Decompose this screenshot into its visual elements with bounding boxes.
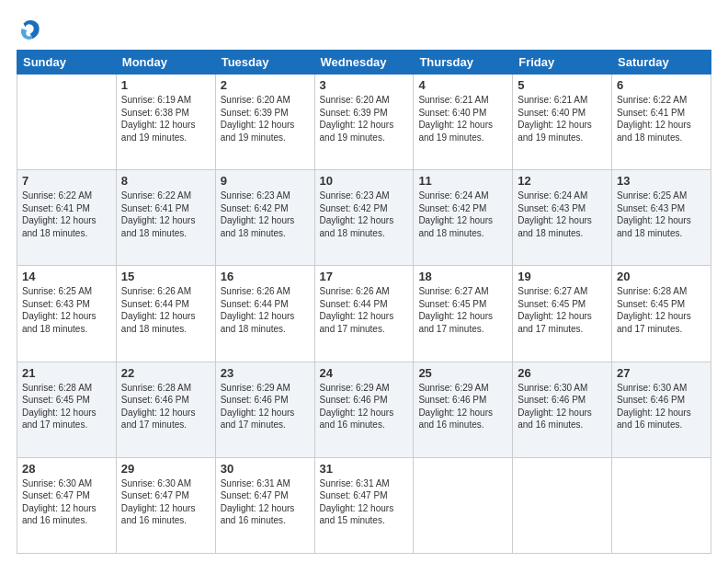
day-number: 31 [320, 462, 409, 476]
day-number: 13 [617, 174, 706, 188]
calendar-cell: 12Sunrise: 6:24 AMSunset: 6:43 PMDayligh… [513, 170, 612, 266]
logo-icon [17, 17, 42, 42]
cell-info: Sunrise: 6:24 AMSunset: 6:43 PMDaylight:… [518, 190, 592, 238]
day-number: 29 [121, 462, 210, 476]
cell-info: Sunrise: 6:25 AMSunset: 6:43 PMDaylight:… [22, 286, 97, 334]
calendar-cell: 13Sunrise: 6:25 AMSunset: 6:43 PMDayligh… [612, 170, 711, 266]
cell-info: Sunrise: 6:27 AMSunset: 6:45 PMDaylight:… [418, 286, 493, 334]
cell-info: Sunrise: 6:26 AMSunset: 6:44 PMDaylight:… [121, 286, 196, 334]
calendar-cell: 2Sunrise: 6:20 AMSunset: 6:39 PMDaylight… [215, 75, 314, 170]
calendar-dow-thursday: Thursday [414, 51, 513, 75]
cell-info: Sunrise: 6:29 AMSunset: 6:46 PMDaylight:… [320, 383, 394, 431]
calendar-cell: 31Sunrise: 6:31 AMSunset: 6:47 PMDayligh… [314, 457, 414, 553]
calendar-week-4: 21Sunrise: 6:28 AMSunset: 6:45 PMDayligh… [17, 362, 711, 457]
day-number: 21 [22, 366, 111, 380]
calendar-dow-saturday: Saturday [612, 51, 711, 75]
cell-info: Sunrise: 6:26 AMSunset: 6:44 PMDaylight:… [320, 286, 394, 334]
calendar-cell: 29Sunrise: 6:30 AMSunset: 6:47 PMDayligh… [116, 457, 215, 553]
calendar-week-5: 28Sunrise: 6:30 AMSunset: 6:47 PMDayligh… [17, 457, 711, 553]
calendar-cell: 11Sunrise: 6:24 AMSunset: 6:42 PMDayligh… [414, 170, 513, 266]
day-number: 3 [320, 78, 409, 92]
cell-info: Sunrise: 6:23 AMSunset: 6:42 PMDaylight:… [320, 190, 394, 238]
day-number: 19 [518, 270, 607, 283]
calendar-cell: 6Sunrise: 6:22 AMSunset: 6:41 PMDaylight… [612, 75, 711, 170]
cell-info: Sunrise: 6:31 AMSunset: 6:47 PMDaylight:… [221, 478, 295, 526]
calendar-cell: 22Sunrise: 6:28 AMSunset: 6:46 PMDayligh… [116, 362, 215, 457]
calendar-cell: 18Sunrise: 6:27 AMSunset: 6:45 PMDayligh… [414, 266, 513, 362]
calendar-cell: 9Sunrise: 6:23 AMSunset: 6:42 PMDaylight… [215, 170, 314, 266]
day-number: 4 [418, 78, 507, 92]
calendar-header-row: SundayMondayTuesdayWednesdayThursdayFrid… [17, 51, 711, 75]
calendar-cell: 15Sunrise: 6:26 AMSunset: 6:44 PMDayligh… [116, 266, 215, 362]
calendar-dow-tuesday: Tuesday [215, 51, 314, 75]
day-number: 20 [617, 270, 706, 283]
calendar-cell: 27Sunrise: 6:30 AMSunset: 6:46 PMDayligh… [612, 362, 711, 457]
calendar-cell: 4Sunrise: 6:21 AMSunset: 6:40 PMDaylight… [414, 75, 513, 170]
day-number: 28 [22, 462, 111, 476]
calendar-cell: 20Sunrise: 6:28 AMSunset: 6:45 PMDayligh… [612, 266, 711, 362]
page: SundayMondayTuesdayWednesdayThursdayFrid… [0, 0, 728, 563]
cell-info: Sunrise: 6:22 AMSunset: 6:41 PMDaylight:… [22, 190, 97, 238]
day-number: 9 [221, 174, 310, 188]
calendar-week-3: 14Sunrise: 6:25 AMSunset: 6:43 PMDayligh… [17, 266, 711, 362]
calendar-cell: 23Sunrise: 6:29 AMSunset: 6:46 PMDayligh… [215, 362, 314, 457]
calendar-cell: 3Sunrise: 6:20 AMSunset: 6:39 PMDaylight… [314, 75, 414, 170]
cell-info: Sunrise: 6:19 AMSunset: 6:38 PMDaylight:… [121, 95, 196, 143]
day-number: 1 [121, 78, 210, 92]
calendar-week-1: 1Sunrise: 6:19 AMSunset: 6:38 PMDaylight… [17, 75, 711, 170]
day-number: 5 [518, 78, 607, 92]
calendar-cell: 26Sunrise: 6:30 AMSunset: 6:46 PMDayligh… [513, 362, 612, 457]
day-number: 26 [518, 366, 607, 380]
calendar-cell [17, 75, 117, 170]
day-number: 27 [617, 366, 706, 380]
cell-info: Sunrise: 6:30 AMSunset: 6:47 PMDaylight:… [121, 478, 196, 526]
day-number: 12 [518, 174, 607, 188]
cell-info: Sunrise: 6:27 AMSunset: 6:45 PMDaylight:… [518, 286, 592, 334]
calendar-cell: 30Sunrise: 6:31 AMSunset: 6:47 PMDayligh… [215, 457, 314, 553]
calendar-dow-monday: Monday [116, 51, 215, 75]
calendar-cell: 19Sunrise: 6:27 AMSunset: 6:45 PMDayligh… [513, 266, 612, 362]
calendar-dow-friday: Friday [513, 51, 612, 75]
day-number: 17 [320, 270, 409, 283]
cell-info: Sunrise: 6:23 AMSunset: 6:42 PMDaylight:… [221, 190, 295, 238]
day-number: 15 [121, 270, 210, 283]
cell-info: Sunrise: 6:20 AMSunset: 6:39 PMDaylight:… [320, 95, 394, 143]
cell-info: Sunrise: 6:28 AMSunset: 6:45 PMDaylight:… [617, 286, 691, 334]
cell-info: Sunrise: 6:28 AMSunset: 6:45 PMDaylight:… [22, 383, 97, 431]
calendar-cell: 5Sunrise: 6:21 AMSunset: 6:40 PMDaylight… [513, 75, 612, 170]
calendar-cell: 17Sunrise: 6:26 AMSunset: 6:44 PMDayligh… [314, 266, 414, 362]
day-number: 23 [221, 366, 310, 380]
day-number: 6 [617, 78, 706, 92]
day-number: 14 [22, 270, 111, 283]
day-number: 8 [121, 174, 210, 188]
day-number: 7 [22, 174, 111, 188]
cell-info: Sunrise: 6:30 AMSunset: 6:47 PMDaylight:… [22, 478, 97, 526]
cell-info: Sunrise: 6:29 AMSunset: 6:46 PMDaylight:… [418, 383, 493, 431]
cell-info: Sunrise: 6:22 AMSunset: 6:41 PMDaylight:… [121, 190, 196, 238]
day-number: 22 [121, 366, 210, 380]
logo [17, 17, 48, 42]
calendar-dow-wednesday: Wednesday [314, 51, 414, 75]
cell-info: Sunrise: 6:24 AMSunset: 6:42 PMDaylight:… [418, 190, 493, 238]
header [17, 17, 711, 42]
day-number: 2 [221, 78, 310, 92]
day-number: 30 [221, 462, 310, 476]
cell-info: Sunrise: 6:31 AMSunset: 6:47 PMDaylight:… [320, 478, 394, 526]
calendar-cell [414, 457, 513, 553]
cell-info: Sunrise: 6:26 AMSunset: 6:44 PMDaylight:… [221, 286, 295, 334]
day-number: 10 [320, 174, 409, 188]
calendar-cell: 21Sunrise: 6:28 AMSunset: 6:45 PMDayligh… [17, 362, 117, 457]
calendar-table: SundayMondayTuesdayWednesdayThursdayFrid… [17, 50, 711, 554]
cell-info: Sunrise: 6:30 AMSunset: 6:46 PMDaylight:… [518, 383, 592, 431]
cell-info: Sunrise: 6:20 AMSunset: 6:39 PMDaylight:… [221, 95, 295, 143]
calendar-cell: 1Sunrise: 6:19 AMSunset: 6:38 PMDaylight… [116, 75, 215, 170]
day-number: 24 [320, 366, 409, 380]
calendar-cell: 16Sunrise: 6:26 AMSunset: 6:44 PMDayligh… [215, 266, 314, 362]
calendar-cell: 10Sunrise: 6:23 AMSunset: 6:42 PMDayligh… [314, 170, 414, 266]
day-number: 25 [418, 366, 507, 380]
calendar-cell [513, 457, 612, 553]
calendar-cell: 24Sunrise: 6:29 AMSunset: 6:46 PMDayligh… [314, 362, 414, 457]
day-number: 11 [418, 174, 507, 188]
cell-info: Sunrise: 6:29 AMSunset: 6:46 PMDaylight:… [221, 383, 295, 431]
cell-info: Sunrise: 6:21 AMSunset: 6:40 PMDaylight:… [418, 95, 493, 143]
